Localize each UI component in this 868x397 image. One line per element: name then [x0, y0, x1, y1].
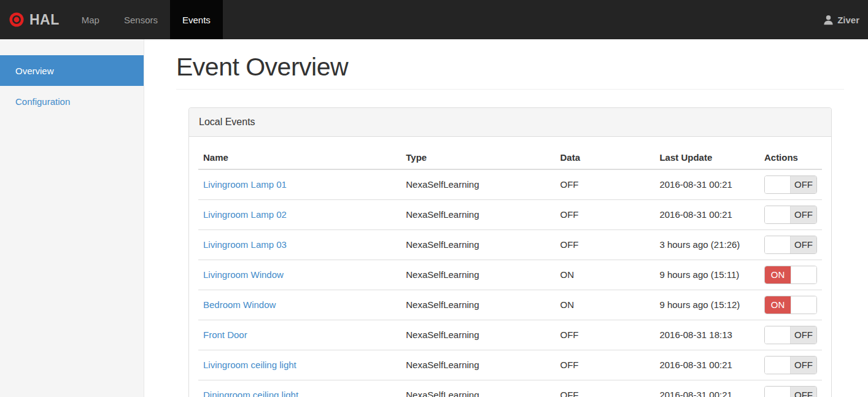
navbar-item-events[interactable]: Events	[170, 0, 223, 39]
navbar-item-map[interactable]: Map	[69, 0, 112, 39]
toggle-label: ON	[765, 266, 791, 283]
toggle-label: OFF	[791, 236, 816, 253]
toggle-handle	[765, 387, 791, 397]
table-row: Bedroom Window NexaSelfLearning ON 9 hou…	[198, 290, 822, 320]
target-logo-icon	[9, 12, 25, 28]
event-name-link[interactable]: Diningroom ceiling light	[203, 390, 298, 397]
event-data: ON	[556, 290, 655, 320]
table-header-row: NameTypeDataLast UpdateActions	[198, 146, 822, 169]
brand[interactable]: HAL	[0, 0, 69, 39]
toggle-switch[interactable]: OFF	[764, 326, 817, 344]
event-data: OFF	[556, 380, 655, 397]
sidebar-item-configuration[interactable]: Configuration	[0, 86, 144, 117]
event-type: NexaSelfLearning	[401, 350, 555, 380]
toggle-handle	[765, 236, 791, 253]
sidebar-item-overview[interactable]: Overview	[0, 55, 144, 86]
navbar-menu: MapSensorsEvents	[69, 0, 223, 39]
local-events-panel: Local Events NameTypeDataLast UpdateActi…	[188, 107, 832, 397]
table-row: Livingroom Lamp 01 NexaSelfLearning OFF …	[198, 169, 822, 200]
event-last-update: 9 hours ago (15:12)	[654, 290, 759, 320]
toggle-handle	[765, 357, 791, 374]
panel-heading: Local Events	[189, 108, 831, 137]
panel-title: Local Events	[199, 117, 255, 127]
event-type: NexaSelfLearning	[401, 320, 555, 350]
toggle-label: ON	[765, 296, 791, 314]
toggle-label: OFF	[791, 176, 816, 193]
toggle-switch[interactable]: ON	[764, 266, 817, 284]
column-header-name: Name	[198, 146, 401, 169]
toggle-switch[interactable]: OFF	[764, 175, 817, 194]
event-name-link[interactable]: Livingroom Lamp 03	[203, 239, 287, 250]
event-last-update: 3 hours ago (21:26)	[654, 229, 759, 260]
panel-body: NameTypeDataLast UpdateActions Livingroo…	[189, 137, 831, 397]
toggle-switch[interactable]: OFF	[764, 386, 817, 397]
toggle-label: OFF	[791, 387, 816, 397]
toggle-label: OFF	[791, 326, 816, 344]
user-icon	[823, 15, 834, 25]
event-type: NexaSelfLearning	[401, 380, 555, 397]
event-name-link[interactable]: Livingroom ceiling light	[203, 360, 296, 370]
table-row: Livingroom ceiling light NexaSelfLearnin…	[198, 350, 822, 380]
event-last-update: 2016-08-31 00:21	[654, 199, 759, 229]
column-header-last-update: Last Update	[654, 146, 759, 169]
table-row: Livingroom Lamp 03 NexaSelfLearning OFF …	[198, 229, 822, 260]
event-type: NexaSelfLearning	[401, 199, 555, 229]
toggle-handle	[765, 326, 791, 344]
toggle-switch[interactable]: ON	[764, 296, 817, 314]
toggle-label: OFF	[791, 206, 816, 223]
event-last-update: 2016-08-31 00:21	[654, 350, 759, 380]
event-type: NexaSelfLearning	[401, 260, 555, 290]
table-row: Livingroom Lamp 02 NexaSelfLearning OFF …	[198, 199, 822, 229]
column-header-data: Data	[556, 146, 655, 169]
event-data: OFF	[556, 169, 655, 200]
sidebar: OverviewConfiguration	[0, 39, 144, 397]
toggle-handle	[765, 176, 791, 193]
page-title: Event Overview	[176, 53, 844, 90]
event-name-link[interactable]: Livingroom Window	[203, 269, 284, 280]
event-last-update: 2016-08-31 00:21	[654, 169, 759, 200]
toggle-handle	[791, 266, 816, 283]
table-row: Front Door NexaSelfLearning OFF 2016-08-…	[198, 320, 822, 350]
table-row: Livingroom Window NexaSelfLearning ON 9 …	[198, 260, 822, 290]
username-label: Ziver	[837, 15, 859, 25]
event-last-update: 2016-08-31 00:21	[654, 380, 759, 397]
main-content: Event Overview Local Events NameTypeData…	[144, 39, 868, 397]
event-data: OFF	[556, 199, 655, 229]
event-data: ON	[556, 260, 655, 290]
events-table: NameTypeDataLast UpdateActions Livingroo…	[198, 146, 822, 397]
toggle-handle	[765, 206, 791, 223]
toggle-handle	[791, 296, 816, 314]
event-name-link[interactable]: Bedroom Window	[203, 299, 276, 310]
event-type: NexaSelfLearning	[401, 290, 555, 320]
event-name-link[interactable]: Livingroom Lamp 01	[203, 179, 287, 190]
event-data: OFF	[556, 229, 655, 260]
brand-label: HAL	[29, 12, 60, 28]
event-data: OFF	[556, 320, 655, 350]
event-type: NexaSelfLearning	[401, 229, 555, 260]
toggle-switch[interactable]: OFF	[764, 206, 817, 224]
user-menu[interactable]: Ziver	[815, 0, 868, 39]
column-header-actions: Actions	[759, 146, 822, 169]
table-row: Diningroom ceiling light NexaSelfLearnin…	[198, 380, 822, 397]
event-name-link[interactable]: Livingroom Lamp 02	[203, 209, 287, 220]
toggle-switch[interactable]: OFF	[764, 236, 817, 254]
event-name-link[interactable]: Front Door	[203, 330, 247, 340]
toggle-label: OFF	[791, 357, 816, 374]
event-data: OFF	[556, 350, 655, 380]
column-header-type: Type	[401, 146, 555, 169]
navbar-item-sensors[interactable]: Sensors	[112, 0, 170, 39]
toggle-switch[interactable]: OFF	[764, 356, 817, 374]
event-type: NexaSelfLearning	[401, 169, 555, 200]
event-last-update: 2016-08-31 18:13	[654, 320, 759, 350]
event-last-update: 9 hours ago (15:11)	[654, 260, 759, 290]
top-navbar: HAL MapSensorsEvents Ziver	[0, 0, 868, 39]
